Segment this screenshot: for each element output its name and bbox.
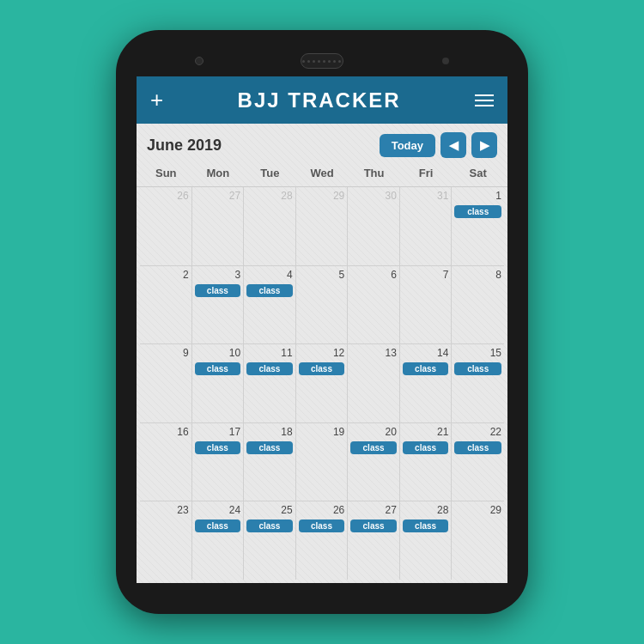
day-number: 31: [437, 190, 448, 202]
calendar-week-4: 2324class25class26class27class28class29: [140, 501, 504, 580]
class-badge[interactable]: class: [195, 441, 241, 454]
class-badge[interactable]: class: [246, 519, 293, 532]
day-number: 18: [281, 426, 292, 438]
calendar-day[interactable]: 20class: [348, 423, 400, 501]
day-headers: SunMonTueWedThuFriSat: [137, 163, 507, 187]
calendar-day[interactable]: 24class: [192, 501, 245, 580]
calendar-day[interactable]: 12class: [296, 344, 349, 422]
calendar-week-3: 1617class18class1920class21class22class: [140, 423, 504, 502]
calendar-day[interactable]: 29: [296, 187, 349, 265]
day-number: 7: [443, 269, 449, 281]
day-header-sun: Sun: [140, 163, 192, 183]
day-number: 4: [287, 269, 293, 281]
class-badge[interactable]: class: [350, 519, 397, 532]
calendar-day[interactable]: 23: [140, 501, 192, 580]
day-header-mon: Mon: [192, 163, 245, 183]
calendar-day[interactable]: 19: [296, 423, 349, 501]
day-number: 3: [234, 269, 240, 281]
calendar-day[interactable]: 2: [140, 266, 192, 344]
class-badge[interactable]: class: [246, 441, 293, 454]
day-number: 27: [229, 190, 240, 202]
menu-line-1: [475, 94, 494, 96]
add-button[interactable]: +: [150, 87, 163, 113]
day-number: 21: [437, 426, 448, 438]
phone-top-bar: [126, 46, 518, 76]
class-badge[interactable]: class: [195, 362, 241, 375]
day-header-wed: Wed: [296, 163, 349, 183]
class-badge[interactable]: class: [299, 519, 345, 532]
calendar-day[interactable]: 27class: [348, 501, 400, 580]
menu-button[interactable]: [475, 94, 494, 106]
day-number: 14: [437, 347, 448, 359]
calendar-day[interactable]: 26: [140, 187, 192, 265]
calendar-day[interactable]: 7: [400, 266, 453, 344]
calendar-day[interactable]: 28class: [400, 501, 453, 580]
calendar-day[interactable]: 31: [400, 187, 453, 265]
day-number: 16: [177, 426, 188, 438]
day-number: 29: [333, 190, 344, 202]
class-badge[interactable]: class: [403, 362, 449, 375]
calendar-day[interactable]: 30: [348, 187, 400, 265]
class-badge[interactable]: class: [246, 284, 293, 297]
calendar-day[interactable]: 1class: [452, 187, 504, 265]
calendar-day[interactable]: 6: [348, 266, 400, 344]
day-number: 1: [495, 190, 501, 202]
next-month-button[interactable]: ▶: [471, 132, 497, 158]
day-number: 2: [183, 269, 189, 281]
class-badge[interactable]: class: [350, 441, 397, 454]
calendar-day[interactable]: 11class: [244, 344, 296, 422]
class-badge[interactable]: class: [299, 362, 345, 375]
calendar-day[interactable]: 27: [192, 187, 245, 265]
calendar-day[interactable]: 26class: [296, 501, 349, 580]
class-badge[interactable]: class: [195, 284, 241, 297]
calendar-day[interactable]: 5: [296, 266, 349, 344]
phone-led: [442, 58, 449, 64]
class-badge[interactable]: class: [454, 205, 501, 218]
calendar-day[interactable]: 29: [452, 501, 504, 580]
calendar-week-0: 2627282930311class: [140, 187, 504, 266]
prev-month-button[interactable]: ◀: [440, 132, 466, 158]
class-badge[interactable]: class: [454, 362, 501, 375]
calendar-day[interactable]: 21class: [400, 423, 453, 501]
app-title: BJJ TRACKER: [238, 88, 401, 112]
class-badge[interactable]: class: [403, 519, 449, 532]
calendar-day[interactable]: 10class: [192, 344, 245, 422]
menu-line-3: [475, 105, 494, 106]
today-button[interactable]: Today: [380, 134, 435, 157]
day-number: 22: [490, 426, 501, 438]
calendar-day[interactable]: 13: [348, 344, 400, 422]
calendar-day[interactable]: 16: [140, 423, 192, 501]
day-number: 26: [333, 504, 344, 516]
class-badge[interactable]: class: [195, 519, 241, 532]
calendar-day[interactable]: 14class: [400, 344, 453, 422]
day-number: 5: [339, 269, 345, 281]
calendar-day[interactable]: 25class: [244, 501, 296, 580]
calendar-day[interactable]: 9: [140, 344, 192, 422]
class-badge[interactable]: class: [246, 362, 293, 375]
calendar-day[interactable]: 15class: [452, 344, 504, 422]
calendar-day[interactable]: 3class: [192, 266, 245, 344]
day-number: 12: [333, 347, 344, 359]
day-header-fri: Fri: [400, 163, 453, 183]
day-number: 25: [281, 504, 292, 516]
app-header: + BJJ TRACKER: [137, 76, 507, 124]
calendar-day[interactable]: 28: [244, 187, 296, 265]
menu-line-2: [475, 100, 494, 101]
class-badge[interactable]: class: [403, 441, 449, 454]
calendar-day[interactable]: 8: [452, 266, 504, 344]
day-number: 8: [495, 269, 501, 281]
day-number: 11: [281, 347, 292, 359]
day-number: 28: [281, 190, 292, 202]
day-number: 10: [229, 347, 240, 359]
phone-camera: [195, 57, 204, 65]
calendar-day[interactable]: 17class: [192, 423, 245, 501]
calendar-week-2: 910class11class12class1314class15class: [140, 344, 504, 423]
class-badge[interactable]: class: [454, 441, 501, 454]
calendar-day[interactable]: 4class: [244, 266, 296, 344]
day-number: 17: [229, 426, 240, 438]
day-number: 13: [385, 347, 396, 359]
calendar-day[interactable]: 22class: [452, 423, 504, 501]
calendar-day[interactable]: 18class: [244, 423, 296, 501]
phone-screen: + BJJ TRACKER June 2019 Today ◀ ▶ SunM: [137, 76, 507, 583]
month-title: June 2019: [147, 137, 222, 155]
